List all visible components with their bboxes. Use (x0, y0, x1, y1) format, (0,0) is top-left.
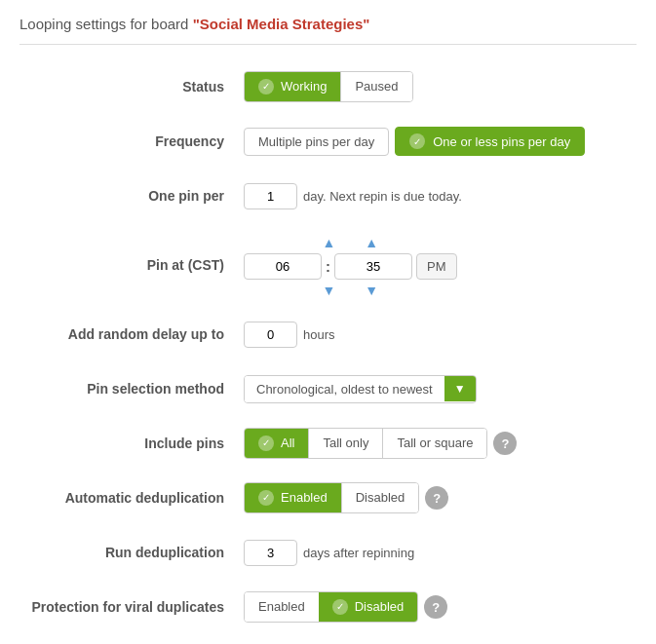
one-pin-per-row: One pin per day. Next repin is due today… (19, 177, 637, 214)
check-icon: ✓ (258, 79, 274, 95)
one-pin-per-input[interactable] (244, 183, 297, 209)
viral-duplicates-row: Protection for viral duplicates Enabled … (19, 588, 637, 625)
auto-dedup-disabled-button[interactable]: Disabled (341, 483, 419, 512)
frequency-row: Frequency Multiple pins per day ✓ One or… (19, 123, 637, 160)
random-delay-control: hours (244, 322, 335, 348)
multiple-label: Multiple pins per day (258, 134, 374, 149)
viral-duplicates-label: Protection for viral duplicates (19, 599, 244, 615)
auto-dedup-help-icon[interactable]: ? (425, 486, 448, 510)
pin-at-row: Pin at (CST) ▲ ▲ : PM ▼ ▼ (19, 232, 637, 298)
time-arrows-up: ▲ ▲ (318, 235, 382, 250)
pin-selection-select-group: Chronological, oldest to newest ▼ (244, 375, 477, 403)
paused-label: Paused (355, 79, 398, 94)
random-delay-label: Add random delay up to (19, 326, 244, 342)
disabled-label: Disabled (355, 598, 405, 616)
auto-dedup-toggle-group: ✓ Enabled Disabled (244, 482, 419, 513)
frequency-label: Frequency (19, 133, 244, 149)
viral-duplicates-enabled-button[interactable]: Enabled (245, 592, 319, 622)
board-name: "Social Media Strategies" (193, 16, 370, 32)
working-label: Working (281, 78, 327, 95)
pin-selection-arrow[interactable]: ▼ (444, 376, 476, 401)
random-delay-input[interactable] (244, 322, 297, 348)
check-icon: ✓ (258, 436, 274, 451)
include-pins-row: Include pins ✓ All Tall only Tall or squ… (19, 425, 637, 462)
auto-dedup-label: Automatic deduplication (19, 490, 244, 506)
pin-selection-label: Pin selection method (19, 381, 244, 397)
status-label: Status (19, 79, 244, 95)
viral-duplicates-disabled-button[interactable]: ✓ Disabled (319, 592, 418, 622)
pin-at-label: Pin at (CST) (19, 257, 244, 273)
ampm-button[interactable]: PM (416, 253, 457, 280)
status-row: Status ✓ Working Paused (19, 68, 637, 105)
one-pin-per-control: day. Next repin is due today. (244, 183, 462, 209)
all-label: All (281, 435, 294, 452)
check-icon: ✓ (258, 490, 274, 506)
viral-duplicates-control: Enabled ✓ Disabled ? (244, 591, 447, 623)
status-working-button[interactable]: ✓ Working (245, 72, 340, 101)
include-pins-help-icon[interactable]: ? (493, 432, 517, 455)
auto-dedup-enabled-button[interactable]: ✓ Enabled (245, 483, 341, 512)
status-control: ✓ Working Paused (244, 71, 413, 102)
time-arrows-down: ▼ ▼ (318, 283, 382, 298)
include-pins-toggle-group: ✓ All Tall only Tall or square (244, 428, 487, 459)
pin-selection-row: Pin selection method Chronological, olde… (19, 370, 637, 407)
minute-up-button[interactable]: ▲ (361, 235, 382, 250)
time-inputs-row: : PM (244, 253, 457, 280)
check-icon: ✓ (409, 133, 425, 149)
minute-down-button[interactable]: ▼ (361, 283, 382, 298)
time-block: ▲ ▲ : PM ▼ ▼ (244, 232, 457, 298)
one-or-less-label: One or less pins per day (433, 134, 570, 149)
one-pin-per-suffix: day. Next repin is due today. (303, 189, 462, 204)
title-prefix: Looping settings for board (19, 16, 193, 32)
auto-dedup-control: ✓ Enabled Disabled ? (244, 482, 448, 513)
tall-only-label: Tall only (323, 436, 368, 450)
frequency-control: Multiple pins per day ✓ One or less pins… (244, 127, 585, 156)
hour-input[interactable] (244, 253, 322, 280)
run-dedup-row: Run deduplication days after repinning (19, 534, 637, 571)
tall-or-square-label: Tall or square (397, 436, 473, 450)
pin-at-control: ▲ ▲ : PM ▼ ▼ (244, 232, 457, 298)
include-pins-tall-only-button[interactable]: Tall only (308, 429, 382, 458)
include-pins-control: ✓ All Tall only Tall or square ? (244, 428, 517, 459)
minute-input[interactable] (334, 253, 412, 280)
random-delay-row: Add random delay up to hours (19, 316, 637, 353)
run-dedup-label: Run deduplication (19, 545, 244, 560)
page-title: Looping settings for board "Social Media… (19, 16, 637, 45)
frequency-one-or-less-button[interactable]: ✓ One or less pins per day (395, 127, 585, 156)
one-pin-per-label: One pin per (19, 188, 244, 204)
status-toggle-group: ✓ Working Paused (244, 71, 413, 102)
frequency-multiple-button[interactable]: Multiple pins per day (244, 128, 389, 156)
auto-dedup-row: Automatic deduplication ✓ Enabled Disabl… (19, 479, 637, 516)
time-separator: : (326, 258, 330, 275)
run-dedup-suffix: days after repinning (303, 546, 414, 560)
disabled-label: Disabled (356, 490, 405, 505)
hour-up-button[interactable]: ▲ (318, 235, 339, 250)
pin-selection-value: Chronological, oldest to newest (245, 376, 444, 402)
include-pins-all-button[interactable]: ✓ All (245, 429, 308, 458)
ampm-label: PM (427, 259, 446, 274)
run-dedup-input[interactable] (244, 540, 297, 566)
viral-duplicates-toggle-group: Enabled ✓ Disabled (244, 591, 418, 623)
hour-down-button[interactable]: ▼ (318, 283, 339, 298)
run-dedup-control: days after repinning (244, 540, 414, 566)
include-pins-tall-or-square-button[interactable]: Tall or square (382, 429, 486, 458)
pin-selection-control: Chronological, oldest to newest ▼ (244, 375, 477, 403)
enabled-label: Enabled (258, 599, 305, 614)
random-delay-suffix: hours (303, 327, 335, 342)
viral-duplicates-help-icon[interactable]: ? (424, 595, 447, 619)
enabled-label: Enabled (281, 489, 328, 507)
status-paused-button[interactable]: Paused (340, 72, 411, 101)
check-icon: ✓ (332, 599, 348, 615)
include-pins-label: Include pins (19, 436, 244, 451)
